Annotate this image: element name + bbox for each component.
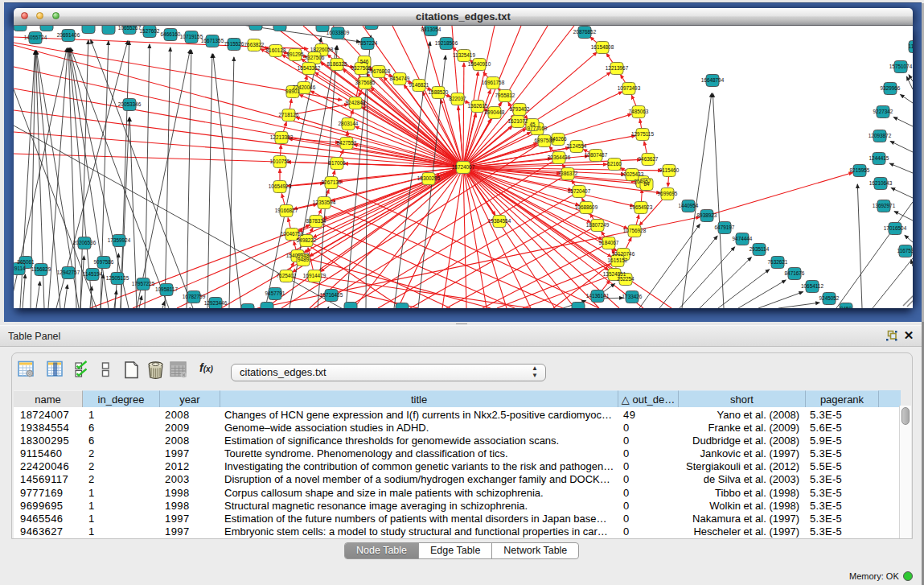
svg-text:7386372: 7386372	[558, 171, 578, 176]
svg-text:9463627: 9463627	[639, 156, 659, 162]
svg-text:10654112: 10654112	[801, 283, 823, 289]
svg-text:20206536: 20206536	[73, 240, 97, 245]
svg-text:12353594: 12353594	[313, 200, 336, 205]
svg-text:20053346: 20053346	[118, 101, 142, 107]
svg-text:19384554: 19384554	[488, 218, 511, 224]
svg-text:10654923: 10654923	[269, 183, 292, 189]
svg-text:18226058: 18226058	[310, 47, 334, 52]
svg-text:822037: 822037	[449, 96, 466, 101]
svg-text:20691406: 20691406	[57, 32, 80, 38]
svg-text:16648794: 16648794	[701, 77, 725, 83]
svg-text:9097586: 9097586	[94, 259, 114, 265]
svg-text:15751074: 15751074	[889, 64, 913, 69]
svg-text:12213967: 12213967	[606, 65, 629, 71]
svg-text:18807249: 18807249	[586, 222, 610, 228]
svg-text:1588520: 1588520	[429, 89, 449, 95]
svg-text:10958117: 10958117	[155, 286, 178, 292]
svg-text:20876852: 20876852	[573, 29, 597, 35]
svg-text:12093872: 12093872	[869, 133, 892, 138]
svg-text:9474444: 9474444	[733, 236, 753, 241]
svg-text:8454749: 8454749	[390, 76, 410, 81]
svg-text:19166827: 19166827	[275, 208, 298, 213]
svg-text:9184067: 9184067	[599, 240, 619, 245]
svg-text:12942757: 12942757	[57, 270, 80, 275]
svg-text:29676808: 29676808	[368, 68, 391, 74]
svg-text:2935114: 2935114	[749, 246, 770, 252]
svg-text:1010755: 1010755	[270, 159, 290, 164]
svg-text:7955812: 7955812	[495, 93, 515, 98]
svg-text:18640910: 18640910	[468, 61, 491, 67]
svg-text:12213382: 12213382	[270, 134, 294, 140]
svg-text:12923446: 12923446	[204, 300, 228, 306]
svg-text:13692971: 13692971	[873, 203, 896, 208]
svg-text:8471676: 8471676	[785, 270, 805, 276]
svg-text:16033809: 16033809	[326, 30, 350, 35]
svg-text:10807487: 10807487	[585, 152, 608, 158]
svg-text:8878334: 8878334	[306, 218, 326, 224]
svg-text:39114: 39114	[14, 266, 26, 271]
svg-text:19218506: 19218506	[435, 40, 458, 46]
svg-text:2803144: 2803144	[339, 121, 359, 126]
svg-text:15720407: 15720407	[568, 188, 591, 194]
svg-text:9450: 9450	[840, 306, 852, 308]
svg-text:10655267: 10655267	[118, 26, 142, 31]
svg-text:16210643: 16210643	[869, 180, 893, 186]
svg-text:1621072: 1621072	[508, 118, 528, 124]
svg-text:6793402: 6793402	[510, 106, 530, 112]
svg-text:16961758: 16961758	[482, 80, 505, 85]
svg-text:8267130: 8267130	[322, 179, 342, 185]
svg-text:6466160: 6466160	[161, 31, 181, 37]
svg-text:9489: 9489	[298, 257, 310, 262]
svg-text:17359924: 17359924	[108, 237, 131, 243]
svg-text:9227342: 9227342	[873, 109, 893, 114]
svg-text:15716485: 15716485	[320, 292, 343, 298]
svg-text:20364436: 20364436	[548, 154, 571, 160]
svg-text:1145194: 1145194	[83, 271, 103, 277]
svg-text:252254: 252254	[617, 276, 634, 282]
svg-text:8813054: 8813054	[421, 27, 441, 32]
svg-text:84: 84	[643, 181, 650, 187]
svg-text:18724007: 18724007	[452, 164, 475, 170]
svg-text:3124554: 3124554	[567, 143, 587, 149]
svg-text:16782759: 16782759	[183, 294, 206, 299]
svg-text:9327506: 9327506	[305, 55, 325, 60]
svg-text:9457791: 9457791	[265, 290, 285, 296]
svg-text:19654923: 19654923	[630, 204, 653, 210]
svg-text:1527602: 1527602	[140, 28, 160, 34]
svg-text:865061: 865061	[17, 259, 35, 265]
svg-text:9245052: 9245052	[819, 295, 840, 301]
svg-text:10719155: 10719155	[180, 34, 203, 39]
svg-text:10688609: 10688609	[575, 204, 598, 210]
svg-text:18300295: 18300295	[417, 175, 441, 181]
svg-text:891295: 891295	[286, 51, 304, 57]
svg-text:3875685: 3875685	[355, 80, 376, 85]
svg-text:9699695: 9699695	[658, 191, 678, 196]
svg-text:7857224: 7857224	[358, 40, 378, 46]
svg-text:116753: 116753	[897, 248, 913, 253]
svg-text:817006: 817006	[328, 160, 346, 166]
svg-text:8186328: 8186328	[327, 61, 347, 67]
svg-text:98901: 98901	[285, 89, 300, 94]
svg-text:17016504: 17016504	[884, 225, 907, 231]
svg-text:9146821: 9146821	[409, 82, 429, 88]
svg-text:17957225: 17957225	[132, 281, 155, 286]
svg-text:546: 546	[360, 59, 369, 64]
svg-text:8215955: 8215955	[850, 167, 870, 173]
svg-text:1362615: 1362615	[468, 103, 488, 109]
svg-text:1244415: 1244415	[869, 155, 889, 161]
svg-text:16671355: 16671355	[201, 38, 224, 43]
svg-text:14055724: 14055724	[24, 35, 47, 40]
svg-text:8990448: 8990448	[485, 109, 505, 115]
svg-text:7515526: 7515526	[224, 41, 244, 47]
svg-text:16154808: 16154808	[591, 44, 614, 50]
svg-text:8160128: 8160128	[266, 47, 286, 53]
svg-text:7625402: 7625402	[277, 273, 297, 278]
svg-text:6479197: 6479197	[715, 225, 735, 230]
svg-text:8938923: 8938923	[697, 212, 717, 218]
svg-text:1733426: 1733426	[622, 294, 643, 299]
svg-text:62160: 62160	[607, 161, 622, 167]
svg-text:8427552: 8427552	[337, 140, 357, 146]
svg-text:7632621: 7632621	[768, 259, 788, 265]
svg-text:10973493: 10973493	[618, 85, 641, 91]
svg-text:7485063: 7485063	[629, 109, 649, 114]
